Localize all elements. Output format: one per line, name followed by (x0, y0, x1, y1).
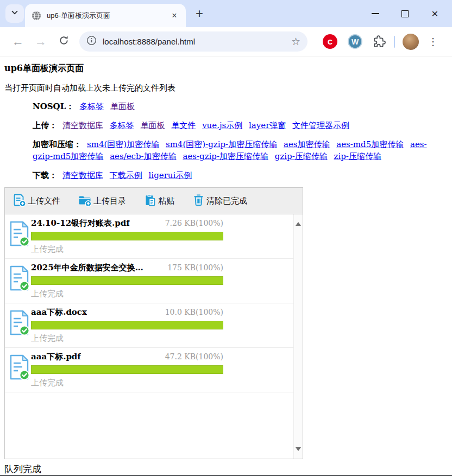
window-close-button[interactable] (420, 0, 450, 27)
progress-bar-fill (31, 321, 223, 329)
window-minimize-button[interactable] (360, 0, 390, 27)
queue-status-text: 队列完成 (4, 463, 452, 475)
progress-bar (31, 321, 223, 329)
upload-folder-button[interactable]: 上传目录 (78, 193, 126, 209)
upload-file-icon (12, 193, 28, 209)
progress-bar-fill (31, 276, 223, 285)
close-icon (431, 7, 438, 20)
file-row-head: aaa下标.pdf 47.2 KB(100%) (31, 352, 223, 362)
minimize-icon (372, 13, 379, 14)
demo-link-row: 上传：清空数据库 多标签 单面板 单文件 vue.js示例 layer弹窗 文件… (33, 119, 443, 131)
demo-link[interactable]: gzip-压缩传输 (275, 151, 328, 161)
upload-folder-label: 上传目录 (93, 196, 126, 206)
list-scrollbar[interactable] (293, 214, 303, 459)
paste-button[interactable]: 粘贴 (143, 193, 174, 209)
demo-link[interactable]: zip-压缩传输 (334, 151, 381, 161)
clear-completed-button[interactable]: 清除已完成 (192, 193, 247, 209)
demo-link[interactable]: 多标签 (79, 101, 104, 111)
file-row[interactable]: aaa下标.docx 10.0 KB(100%) 上传完成 (5, 303, 293, 348)
file-status-text: 上传完成 (31, 378, 223, 388)
demo-link[interactable]: aes-gzip-加密压缩传输 (183, 151, 268, 161)
upload-file-list: 24.10-12银行对账表.pdf 7.26 KB(100%) 上传完成 (5, 214, 303, 459)
page-intro: 当打开页面时自动加载上次未上传完的文件列表 (4, 83, 452, 93)
demo-link-row: 下载：清空数据库 下载示例 ligerui示例 (33, 169, 443, 181)
upload-folder-icon (78, 193, 93, 209)
file-size-percent: 175 KB(100%) (167, 263, 223, 272)
file-name: aaa下标.pdf (31, 352, 81, 362)
url-text[interactable]: localhost:8888/panel.html (103, 37, 195, 46)
demo-link[interactable]: aes-md5加密传输 (336, 139, 404, 149)
document-check-icon (9, 354, 30, 383)
file-status-text: 上传完成 (31, 333, 223, 344)
file-row-main: 2025年中金所数据安全交换… 175 KB(100%) 上传完成 (31, 263, 223, 299)
demo-link[interactable]: 单面板 (141, 120, 165, 130)
extensions-puzzle-icon[interactable] (373, 35, 386, 48)
upload-file-button[interactable]: 上传文件 (12, 193, 60, 209)
file-size-percent: 7.26 KB(100%) (165, 219, 223, 227)
file-size-percent: 47.2 KB(100%) (165, 352, 223, 361)
link-row-label: NOSQL： (33, 101, 74, 111)
chevron-down-icon (9, 7, 20, 20)
reload-button[interactable] (52, 35, 75, 48)
file-rows-container: 24.10-12银行对账表.pdf 7.26 KB(100%) 上传完成 (5, 214, 303, 392)
tab-close-icon[interactable] (170, 11, 179, 21)
demo-link[interactable]: 多标签 (110, 120, 134, 130)
window-maximize-button[interactable] (390, 0, 420, 27)
maximize-icon (401, 10, 409, 17)
document-check-icon (9, 265, 30, 294)
page-title: up6单面板演示页面 (4, 63, 452, 74)
progress-bar (31, 232, 223, 240)
demo-link[interactable]: sm4(国密)-gzip-加密压缩传输 (166, 139, 277, 149)
demo-link[interactable]: aes加密传输 (284, 139, 330, 149)
file-row-head: aaa下标.docx 10.0 KB(100%) (31, 307, 223, 318)
clear-completed-trash-icon (192, 193, 206, 209)
bookmark-star-icon[interactable] (291, 35, 300, 48)
tab-search-chevron-button[interactable] (5, 4, 24, 23)
globe-favicon-icon (32, 11, 41, 21)
demo-link[interactable]: 清空数据库 (62, 120, 103, 130)
reload-icon (58, 35, 70, 48)
demo-link[interactable]: 文件管理器示例 (292, 120, 349, 130)
file-row[interactable]: 24.10-12银行对账表.pdf 7.26 KB(100%) 上传完成 (5, 214, 293, 259)
file-row-head: 2025年中金所数据安全交换… 175 KB(100%) (31, 263, 223, 273)
file-status-text: 上传完成 (31, 289, 223, 299)
toolbar-separator (394, 36, 395, 48)
file-row[interactable]: 2025年中金所数据安全交换… 175 KB(100%) 上传完成 (5, 259, 293, 303)
demo-link[interactable]: ligerui示例 (149, 170, 192, 180)
demo-link[interactable]: 单文件 (171, 120, 196, 130)
file-row[interactable]: aaa下标.pdf 47.2 KB(100%) 上传完成 (5, 348, 293, 392)
scroll-up-icon[interactable] (296, 222, 301, 226)
c-extension-icon[interactable]: c (323, 34, 337, 49)
browser-tab[interactable]: up6-单面板演示页面 (25, 4, 186, 27)
progress-bar-fill (31, 232, 223, 240)
file-row-head: 24.10-12银行对账表.pdf 7.26 KB(100%) (31, 218, 223, 229)
clear-completed-label: 清除已完成 (206, 196, 247, 206)
link-row-label: 下载： (33, 170, 57, 180)
demo-link[interactable]: 清空数据库 (62, 170, 103, 180)
file-name: 24.10-12银行对账表.pdf (31, 218, 130, 229)
back-button[interactable] (7, 36, 29, 48)
demo-link-row: NOSQL：多标签 单面板 (33, 100, 443, 112)
file-name: aaa下标.docx (31, 307, 87, 318)
tab-title: up6-单面板演示页面 (47, 11, 165, 21)
link-row-label: 上传： (33, 120, 57, 130)
document-check-icon (9, 221, 30, 249)
address-bar[interactable]: localhost:8888/panel.html (79, 31, 307, 52)
wordpress-extension-icon[interactable]: W (348, 34, 362, 49)
forward-button[interactable] (29, 36, 52, 48)
demo-link[interactable]: sm4(国密)加密传输 (87, 139, 159, 149)
demo-link-row: 加密和压缩：sm4(国密)加密传输 sm4(国密)-gzip-加密压缩传输 ae… (33, 138, 443, 162)
scroll-down-icon[interactable] (296, 447, 301, 451)
browser-menu-icon[interactable] (428, 36, 438, 48)
file-row-main: aaa下标.pdf 47.2 KB(100%) 上传完成 (31, 352, 223, 388)
demo-link[interactable]: 下载示例 (110, 170, 142, 180)
new-tab-button[interactable] (191, 5, 208, 22)
page-content: up6单面板演示页面 当打开页面时自动加载上次未上传完的文件列表 NOSQL：多… (0, 63, 452, 475)
demo-link[interactable]: vue.js示例 (202, 120, 242, 130)
info-icon[interactable] (86, 35, 97, 48)
demo-link[interactable]: 单面板 (110, 101, 135, 111)
profile-avatar[interactable] (403, 34, 419, 50)
demo-link[interactable]: layer弹窗 (249, 120, 286, 130)
demo-link[interactable]: aes/ecb-加密传输 (110, 151, 177, 161)
upload-file-label: 上传文件 (28, 196, 60, 206)
